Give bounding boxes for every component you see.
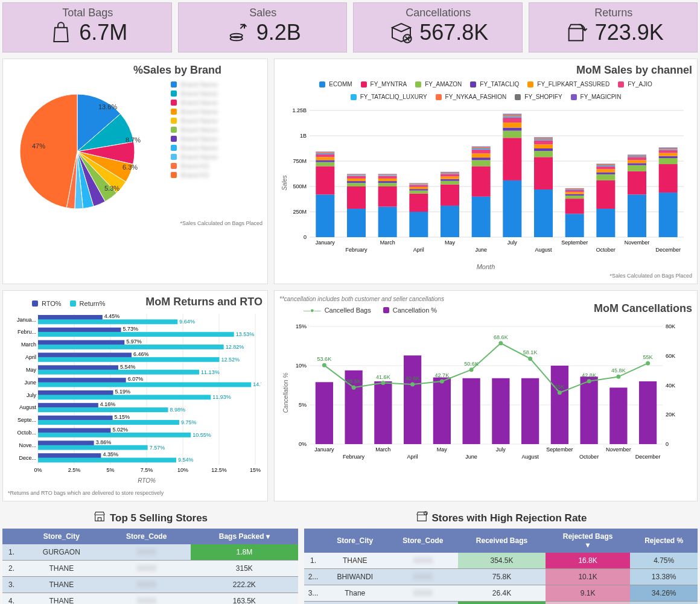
table-row[interactable]: 3...ThaneXXXX26.4K9.1K34.26%: [304, 585, 698, 602]
svg-rect-36: [347, 181, 366, 183]
legend-label: FY_MYNTRA: [371, 81, 407, 87]
svg-rect-37: [347, 179, 366, 181]
col-header[interactable]: Bags Packed ▾: [191, 529, 298, 544]
svg-rect-90: [503, 131, 521, 138]
svg-rect-41: [347, 174, 366, 175]
brand-label: Brand Name: [180, 135, 218, 142]
table-row[interactable]: 3.THANEXXXX222.2K: [2, 577, 298, 593]
svg-text:53.6K: 53.6K: [317, 356, 332, 362]
brand-label: Brand Name: [180, 117, 218, 124]
svg-text:13.53%: 13.53%: [236, 331, 255, 337]
col-header[interactable]: Rejected Bags▾: [546, 529, 631, 553]
svg-text:500M: 500M: [293, 183, 307, 189]
x-axis-label: Month: [279, 263, 692, 270]
svg-rect-92: [503, 122, 521, 127]
svg-rect-177: [38, 332, 234, 337]
sort-desc-icon: ▾: [586, 541, 590, 549]
svg-rect-132: [628, 194, 646, 237]
svg-text:68.6K: 68.6K: [494, 334, 508, 340]
svg-rect-172: [38, 319, 177, 324]
svg-rect-97: [503, 114, 521, 115]
svg-text:May: May: [437, 447, 448, 453]
svg-text:June: June: [475, 247, 487, 253]
svg-rect-31: [316, 151, 334, 152]
svg-rect-66: [441, 206, 459, 237]
svg-rect-95: [503, 115, 521, 116]
svg-point-281: [528, 357, 532, 361]
svg-rect-27: [316, 154, 334, 157]
col-header[interactable]: Store_City: [21, 529, 103, 544]
svg-rect-175: [38, 328, 121, 332]
brand-label: Brand Name: [180, 153, 218, 161]
svg-text:5.54%: 5.54%: [120, 364, 136, 370]
svg-rect-101: [534, 151, 553, 157]
table-row[interactable]: 1.GURGAONXXXX1.8M: [2, 544, 298, 561]
legend-label: FY_AJIO: [628, 81, 652, 87]
svg-text:5.02%: 5.02%: [112, 427, 128, 433]
kpi-cancellations[interactable]: Cancellations 567.8K: [353, 2, 523, 52]
svg-rect-220: [38, 440, 94, 445]
svg-rect-182: [38, 345, 224, 349]
stacked-bar-chart[interactable]: 0250M500M750M1B1.25BSalesJanuaryFebruary…: [279, 104, 690, 261]
top5-table[interactable]: Store_City Store_Code Bags Packed ▾ 1.GU…: [2, 529, 298, 604]
table-row[interactable]: 4...GURGAONXXXX1.8M7.3K0.4%: [304, 602, 698, 605]
table-row[interactable]: 4.THANEXXXX163.5K: [2, 593, 298, 605]
svg-rect-106: [534, 138, 553, 139]
svg-text:2.5%: 2.5%: [68, 467, 81, 473]
brand-label: Brand KS: [180, 162, 209, 170]
svg-text:10%: 10%: [177, 467, 188, 473]
svg-rect-185: [38, 353, 132, 358]
svg-rect-149: [659, 149, 678, 150]
legend-label: FY_TATACLIQ: [480, 81, 519, 87]
brand-label: Brand Name: [180, 108, 218, 115]
svg-rect-207: [38, 407, 168, 412]
svg-text:250M: 250M: [293, 209, 307, 215]
dashboard: Total Bags 6.7M Sales 9.2B: [0, 0, 700, 604]
svg-rect-73: [441, 173, 459, 173]
kpi-sales[interactable]: Sales 9.2B: [178, 2, 348, 52]
svg-rect-38: [347, 176, 366, 179]
table-row[interactable]: 2.THANEXXXX315K: [2, 561, 298, 577]
svg-text:3.86%: 3.86%: [96, 439, 112, 445]
kpi-total-bags[interactable]: Total Bags 6.7M: [2, 2, 172, 52]
table-row[interactable]: 1.THANEXXXX354.5K16.8K4.75%: [304, 553, 698, 569]
kpi-value: 9.2B: [256, 20, 301, 45]
horizontal-bar-chart[interactable]: 0%2.5%5%7.5%10%12.5%15%RTO%Janua...4.45%…: [8, 311, 261, 486]
svg-rect-115: [565, 190, 584, 192]
svg-text:March: March: [380, 240, 395, 246]
svg-point-289: [646, 361, 650, 365]
table-row[interactable]: 2...BHIWANDIXXXX75.8K10.1K13.38%: [304, 569, 698, 585]
svg-text:42.8K: 42.8K: [582, 372, 596, 378]
svg-rect-170: [38, 315, 103, 320]
pie-chart[interactable]: 13.6%8.7%6.3%5.3%47%: [8, 79, 165, 218]
col-header[interactable]: Store_Code: [103, 529, 191, 544]
svg-rect-116: [565, 189, 584, 190]
svg-rect-39: [347, 176, 366, 176]
svg-rect-51: [378, 174, 397, 175]
svg-text:April: April: [413, 247, 424, 253]
kpi-returns[interactable]: Returns 723.9K: [529, 2, 698, 52]
svg-text:1.25B: 1.25B: [292, 107, 307, 113]
svg-rect-55: [409, 212, 428, 237]
store-icon: [93, 510, 106, 526]
svg-rect-67: [441, 185, 459, 206]
svg-rect-210: [38, 416, 113, 421]
col-header[interactable]: Store_Code: [387, 529, 458, 553]
store-pin-icon: [415, 510, 428, 526]
brand-label: Brand Name: [180, 144, 218, 151]
svg-point-271: [381, 381, 385, 385]
svg-text:May: May: [445, 240, 456, 246]
svg-rect-114: [565, 192, 584, 194]
svg-text:5.3%: 5.3%: [104, 185, 119, 192]
highrej-table[interactable]: Store_City Store_Code Received Bags Reje…: [304, 529, 698, 604]
svg-rect-68: [441, 181, 459, 185]
col-header[interactable]: Store_City: [322, 529, 387, 553]
svg-text:0%: 0%: [299, 441, 307, 447]
kpi-label: Sales: [186, 7, 341, 19]
col-header[interactable]: Received Bags: [458, 529, 546, 553]
svg-rect-91: [503, 128, 521, 131]
svg-rect-141: [628, 154, 646, 155]
combo-chart[interactable]: 0%5%10%15%020K40K60K80KCancellation %Jan…: [279, 317, 690, 468]
legend-label: FY_NYKAA_FASHION: [445, 94, 507, 100]
col-header[interactable]: Rejected %: [630, 529, 698, 553]
